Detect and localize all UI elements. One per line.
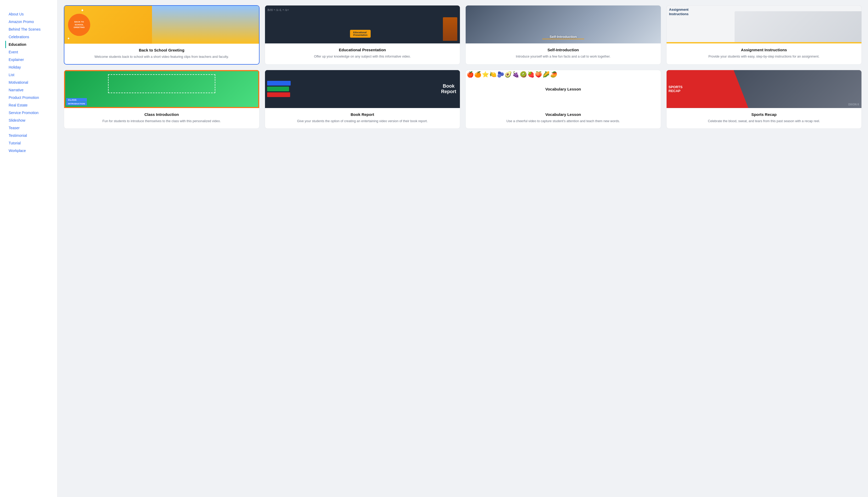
card-desc-self-introduction: Introduce yourself with a few fun facts … [470,54,657,59]
sidebar-item-workplace[interactable]: Workplace [5,147,57,154]
sidebar-item-behind-the-scenes[interactable]: Behind The Scenes [5,26,57,33]
card-educational-presentation[interactable]: B/H = A÷L = A× EducationalPresentation E… [265,5,460,65]
card-class-introduction[interactable]: CLASS INTRODUCTION Class IntroductionFun… [64,70,259,129]
sidebar-item-education[interactable]: Education [5,41,57,48]
card-thumbnail-assignment-instructions: AssignmentInstructions [667,5,862,43]
card-body-sports-recap: Sports RecapCelebrate the blood, sweat, … [667,108,862,128]
card-body-assignment-instructions: Assignment InstructionsProvide your stud… [667,43,862,64]
sidebar-item-motivational[interactable]: Motivational [5,79,57,86]
sidebar: About UsAmazon PromoBehind The ScenesCel… [0,0,58,497]
card-self-introduction[interactable]: Self-Introduction Self-IntroductionIntro… [465,5,661,65]
card-body-educational-presentation: Educational PresentationOffer up your kn… [265,43,460,64]
card-title-class-introduction: Class Introduction [68,112,255,117]
card-title-back-to-school: Back to School Greeting [69,48,255,52]
cards-row-2: CLASS INTRODUCTION Class IntroductionFun… [64,70,862,129]
card-vocabulary-lesson[interactable]: 🍎 🍊 ⭐ 🍋 🫐 🥑 🍇 🥝 🍓 🍑 🌽 🥭 Vocabulary Lesso… [465,70,661,129]
card-title-book-report: Book Report [269,112,456,117]
card-thumbnail-sports-recap: SPORTSRECAP DIXON 8 [667,70,862,108]
cards-row-1: BACK TOSCHOOLGREETING ✦ ✦ Back to School… [64,5,862,65]
card-desc-class-introduction: Fun for students to introduce themselves… [68,119,255,124]
sidebar-item-event[interactable]: Event [5,48,57,56]
sidebar-item-narrative[interactable]: Narrative [5,86,57,94]
card-title-sports-recap: Sports Recap [671,112,857,117]
card-desc-back-to-school: Welcome students back to school with a s… [69,54,255,59]
card-title-self-introduction: Self-Introduction [470,47,657,52]
sidebar-item-product-promotion[interactable]: Product Promotion [5,94,57,101]
card-body-back-to-school: Back to School GreetingWelcome students … [65,44,259,64]
card-title-educational-presentation: Educational Presentation [269,47,456,52]
card-desc-sports-recap: Celebrate the blood, sweat, and tears fr… [671,119,857,124]
card-desc-book-report: Give your students the option of creatin… [269,119,456,124]
card-desc-assignment-instructions: Provide your students with easy, step-by… [671,54,857,59]
card-thumbnail-book-report: BookReport [265,70,460,108]
sidebar-item-service-promotion[interactable]: Service Promotion [5,109,57,116]
sidebar-item-about-us[interactable]: About Us [5,11,57,18]
card-thumbnail-vocabulary-lesson: 🍎 🍊 ⭐ 🍋 🫐 🥑 🍇 🥝 🍓 🍑 🌽 🥭 Vocabulary Lesso… [466,70,661,108]
card-thumbnail-educational-presentation: B/H = A÷L = A× EducationalPresentation [265,5,460,43]
card-title-vocabulary-lesson: Vocabulary Lesson [470,112,657,117]
sidebar-item-list[interactable]: List [5,71,57,79]
sidebar-nav: About UsAmazon PromoBehind The ScenesCel… [5,11,57,154]
card-book-report[interactable]: BookReport Book ReportGive your students… [265,70,460,129]
sidebar-item-teaser[interactable]: Teaser [5,124,57,131]
sidebar-item-amazon-promo[interactable]: Amazon Promo [5,18,57,25]
card-assignment-instructions[interactable]: AssignmentInstructions Assignment Instru… [666,5,862,65]
card-desc-educational-presentation: Offer up your knowledge on any subject w… [269,54,456,59]
card-body-book-report: Book ReportGive your students the option… [265,108,460,128]
sidebar-item-tutorial[interactable]: Tutorial [5,139,57,147]
card-sports-recap[interactable]: SPORTSRECAP DIXON 8 Sports RecapCelebrat… [666,70,862,129]
card-title-assignment-instructions: Assignment Instructions [671,47,857,52]
card-back-to-school[interactable]: BACK TOSCHOOLGREETING ✦ ✦ Back to School… [64,5,259,65]
sidebar-item-testimonial[interactable]: Testimonial [5,132,57,139]
card-thumbnail-back-to-school: BACK TOSCHOOLGREETING ✦ ✦ [65,6,259,44]
sidebar-item-real-estate[interactable]: Real Estate [5,101,57,109]
card-desc-vocabulary-lesson: Use a cheerful video to capture student'… [470,119,657,124]
card-body-vocabulary-lesson: Vocabulary LessonUse a cheerful video to… [466,108,661,128]
sidebar-item-explainer[interactable]: Explainer [5,56,57,63]
card-thumbnail-class-introduction: CLASS INTRODUCTION [64,70,259,108]
sidebar-item-slideshow[interactable]: Slideshow [5,117,57,124]
card-thumbnail-self-introduction: Self-Introduction [466,5,661,43]
main-content: BACK TOSCHOOLGREETING ✦ ✦ Back to School… [58,0,868,497]
sidebar-item-holiday[interactable]: Holiday [5,63,57,71]
sidebar-item-celebrations[interactable]: Celebrations [5,33,57,41]
card-body-class-introduction: Class IntroductionFun for students to in… [64,108,259,128]
card-body-self-introduction: Self-IntroductionIntroduce yourself with… [466,43,661,64]
